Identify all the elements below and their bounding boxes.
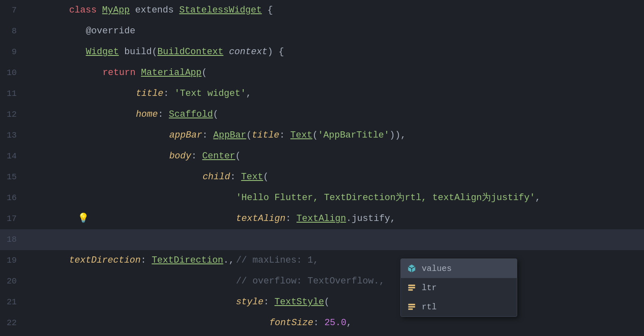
code-editor[interactable]: 7 class MyApp extends StatelessWidget { … <box>0 0 644 336</box>
line-number: 7 <box>0 0 25 21</box>
line-number: 17 <box>0 208 25 229</box>
line-content: fontSize: 25.0, <box>25 292 644 336</box>
code-line-22: 22 fontSize: 25.0, <box>0 313 644 333</box>
line-number: 10 <box>0 63 25 83</box>
comma: , <box>346 318 352 328</box>
svg-rect-1 <box>408 287 415 288</box>
lightbulb: 💡 <box>69 213 89 224</box>
autocomplete-label-values: values <box>422 264 452 273</box>
enum-icon-rtl <box>406 301 418 313</box>
line-number: 11 <box>0 83 25 104</box>
code-text: : <box>313 318 324 328</box>
autocomplete-label-rtl: rtl <box>422 302 437 312</box>
line-number: 12 <box>0 104 25 125</box>
svg-rect-3 <box>408 304 415 306</box>
line-number: 20 <box>0 271 25 292</box>
editor: 7 class MyApp extends StatelessWidget { … <box>0 0 644 336</box>
svg-rect-2 <box>408 289 413 291</box>
code-text: : <box>141 255 151 266</box>
autocomplete-popup[interactable]: values ltr rtl <box>400 258 517 317</box>
enum-icon-ltr <box>406 282 418 293</box>
autocomplete-item-ltr[interactable]: ltr <box>401 278 517 297</box>
autocomplete-item-values[interactable]: values <box>401 259 517 278</box>
line-content: 💡 textDirection: TextDirection., <box>25 188 644 292</box>
named-param: fontSize <box>269 318 314 328</box>
code-line-18: 18 💡 textDirection: TextDirection., <box>0 229 644 250</box>
line-number: 19 <box>0 250 25 271</box>
indent-space <box>69 234 78 245</box>
indent <box>69 318 269 328</box>
line-number: 22 <box>0 313 25 333</box>
line-number: 16 <box>0 188 25 208</box>
svg-rect-5 <box>408 308 413 310</box>
line-number: 8 <box>0 21 25 42</box>
svg-rect-4 <box>408 306 415 308</box>
cube-icon <box>406 263 418 274</box>
line-number: 15 <box>0 167 25 188</box>
line-number: 9 <box>0 42 25 63</box>
autocomplete-label-ltr: ltr <box>422 283 437 293</box>
line-number: 21 <box>0 292 25 313</box>
line-number: 18 <box>0 229 25 250</box>
line-number: 14 <box>0 146 25 167</box>
number-value: 25.0 <box>325 318 347 328</box>
class-ref: TextDirection <box>152 255 224 266</box>
autocomplete-item-rtl[interactable]: rtl <box>401 297 517 316</box>
code-text: ., <box>223 255 234 266</box>
svg-rect-0 <box>408 285 415 286</box>
line-number: 13 <box>0 125 25 146</box>
named-param: textDirection <box>69 255 141 266</box>
